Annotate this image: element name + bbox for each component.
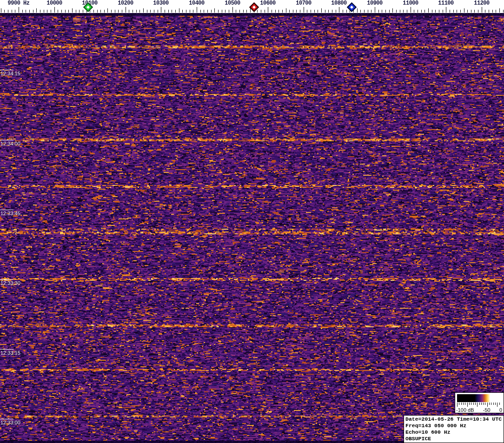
color-gradient-bar [457, 394, 501, 402]
freq-label-10000: 10000 [46, 0, 62, 7]
freq-label-10900: 10900 [367, 0, 383, 7]
freq-label-10700: 10700 [296, 0, 312, 7]
freq-label-11000: 11000 [403, 0, 418, 7]
time-label-text: 12:33:00 [0, 420, 20, 425]
status-info-box: Date=2014-05-26 Time=10:34 UTC Freq=143 … [404, 415, 504, 443]
time-tick-123400: 12:34:00 [0, 140, 13, 140]
legend-label-mid: -50 [483, 407, 491, 413]
spectrogram-app-window: 9900 Hz100001010010200103001040010500106… [0, 0, 504, 443]
frequency-ruler[interactable]: 9900 Hz100001010010200103001040010500106… [0, 0, 504, 13]
freq-label-10500: 10500 [225, 0, 240, 7]
blue-marker-center-dot [350, 6, 353, 9]
time-label-text: 12:34:15 [0, 71, 20, 76]
freq-label-10300: 10300 [153, 0, 169, 7]
info-frequency: Freq=143 050 000 Hz [405, 423, 502, 429]
info-date-time: Date=2014-05-26 Time=10:34 UTC [405, 416, 502, 423]
time-tick-123415: 12:34:15 [0, 70, 13, 70]
time-tick-123315: 12:33:15 [0, 349, 13, 350]
legend-label-min: -100 dB [456, 407, 474, 413]
freq-label-11100: 11100 [438, 0, 454, 7]
freq-label-10400: 10400 [189, 0, 205, 7]
info-station: OBSUPICE [405, 436, 502, 442]
green-marker-center-dot [86, 6, 90, 9]
time-tick-123330: 12:33:30 [0, 279, 13, 280]
freq-label-10800: 10800 [331, 0, 347, 7]
db-color-scale-legend: -100 dB -50 0 [455, 392, 504, 413]
red-marker-center-dot [252, 6, 256, 9]
time-tick-123300: 12:33:00 [0, 419, 13, 419]
time-label-text: 12:33:30 [0, 280, 20, 286]
legend-label-max: 0 [499, 407, 502, 413]
freq-label-10200: 10200 [118, 0, 133, 7]
time-label-text: 12:33:15 [0, 350, 20, 356]
waterfall-spectrogram[interactable] [0, 13, 504, 443]
freq-label-9900-hz: 9900 Hz [8, 0, 30, 7]
legend-labels: -100 dB -50 0 [456, 407, 502, 413]
time-tick-123345: 12:33:45 [0, 210, 13, 210]
time-label-text: 12:33:45 [0, 211, 20, 216]
freq-label-11200: 11200 [474, 0, 490, 7]
freq-label-10600: 10600 [260, 0, 276, 7]
legend-tick-ruler [457, 403, 501, 407]
info-echo: Echo=10 600 Hz [405, 429, 502, 436]
time-label-text: 12:34:00 [0, 141, 20, 146]
